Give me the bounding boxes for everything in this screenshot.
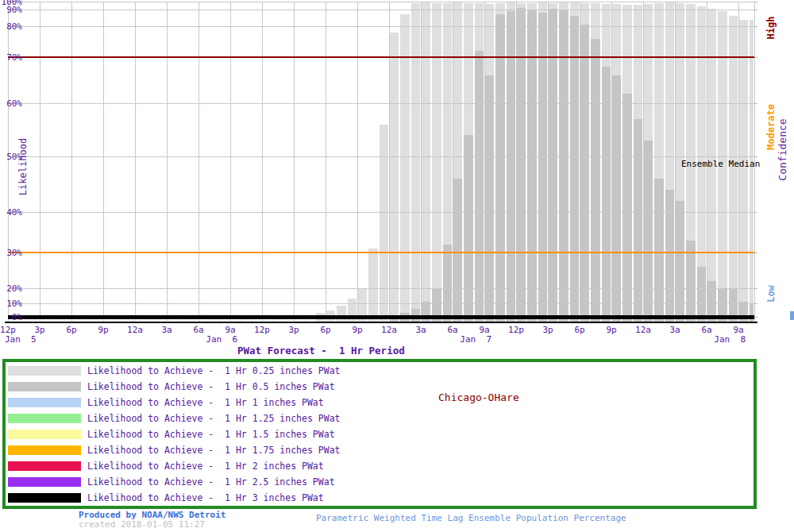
axis-hour-tick [580,319,580,322]
bar-0-25in [750,20,754,322]
axis-hour-tick [399,319,400,322]
axis-hour-tick [601,319,602,322]
legend-swatch [8,461,81,471]
axis-hour-tick [230,319,231,322]
x-tick-label: 3a [405,325,437,335]
axis-hour-tick [326,319,326,322]
x-tick-label: 9p [596,325,627,335]
bar-0-5in [644,141,653,322]
legend-label: Likelihood to Achieve - 1 Hr 3 inches PW… [87,492,324,503]
right-axis-tick [754,2,757,2]
axis-hour-tick [548,319,549,322]
bar-0-25in [411,3,420,322]
x-tick-label: 12p [246,325,278,335]
vertical-gridline [103,2,104,322]
axis-hour-tick [252,319,252,322]
y-tick-label: 10% [0,299,22,309]
axis-hour-tick [357,319,358,322]
vertical-gridline [198,2,199,322]
right-axis-tick [754,57,757,58]
legend-swatch [8,445,81,455]
x-axis-line [5,322,757,323]
y-tick-label: 90% [0,5,22,15]
axis-hour-tick [368,319,368,322]
axis-hour-tick [643,319,644,322]
axis-hour-tick [336,319,337,322]
axis-hour-tick [315,319,316,322]
axis-hour-tick [696,319,697,322]
axis-hour-tick [220,319,221,322]
x-tick-label: 12a [119,325,151,335]
x-tick-label: 3a [151,325,183,335]
bar-0-5in [612,75,621,322]
axis-hour-tick [474,319,475,322]
bar-0-5in [485,75,494,322]
axis-hour-tick [135,319,136,322]
legend-swatch [8,477,81,487]
axis-hour-tick [558,319,559,322]
legend-label: Likelihood to Achieve - 1 Hr 1.25 inches… [87,413,341,424]
horizontal-gridline [8,303,754,304]
axis-hour-tick [283,319,284,322]
axis-hour-tick [188,319,189,322]
legend-label: Likelihood to Achieve - 1 Hr 2 inches PW… [87,461,324,472]
bar-0-25in [390,33,399,322]
x-date-label: Jan 7 [460,334,491,345]
legend-label: Likelihood to Achieve - 1 Hr 1.5 inches … [87,429,335,440]
ensemble-median-band [8,315,754,319]
axis-hour-tick [103,319,104,322]
horizontal-gridline [8,156,754,157]
axis-hour-tick [198,319,199,322]
axis-hour-tick [622,319,622,322]
axis-hour-tick [156,319,157,322]
axis-hour-tick [463,319,464,322]
axis-hour-tick [665,319,665,322]
legend-label: Likelihood to Achieve - 1 Hr 1.75 inches… [87,445,341,456]
axis-hour-tick [241,319,241,322]
y2-axis-title: Confidence [777,94,788,206]
right-axis-tick [754,103,757,104]
horizontal-gridline [8,2,754,2]
axis-hour-tick [442,319,443,322]
axis-hour-tick [506,319,507,322]
horizontal-gridline [8,212,754,213]
legend-swatch [8,398,81,407]
bar-0-25in [400,14,409,322]
x-tick-label: 6p [310,325,341,335]
right-axis-tick [754,212,757,213]
bar-0-25in [422,2,430,322]
y-tick-label: 80% [0,21,22,32]
axis-hour-tick [749,319,750,322]
x-tick-label: 3p [532,325,564,335]
horizontal-gridline [8,288,754,289]
axis-hour-tick [167,319,168,322]
axis-hour-tick [611,319,612,322]
axis-hour-tick [569,319,570,322]
bar-0-5in [580,25,589,322]
x-tick-label: 12p [500,325,532,335]
bar-0-5in [443,245,452,322]
legend-swatch [8,382,81,391]
legend-label: Likelihood to Achieve - 1 Hr 1 inches PW… [87,397,324,408]
bar-0-25in [368,249,377,322]
bar-0-5in [665,190,674,322]
reference-line-30 [8,252,754,253]
right-axis-tick [754,10,757,10]
footer-description: Parametric Weighted Time Lag Ensemble Po… [316,513,626,523]
vertical-gridline [8,2,9,322]
x-date-label: Jan 6 [206,334,237,345]
vertical-gridline [167,2,168,322]
pwat-forecast-chart: 100%90%80%70%60%50%40%30%20%10%0%12p3p6p… [0,0,794,532]
axis-hour-tick [61,319,62,322]
axis-hour-tick [82,319,83,322]
legend-swatch [8,493,81,503]
footer-created-timestamp: created 2018-01-05 11:27 [79,519,205,530]
x-tick-label: 3a [659,325,691,335]
station-label: Chicago-OHare [438,391,519,403]
axis-hour-tick [40,319,40,322]
axis-hour-tick [538,319,538,322]
bar-0-5in [591,39,599,322]
chart-title: PWat Forecast - 1 Hr Period [237,345,405,357]
axis-hour-tick [484,319,485,322]
vertical-gridline [135,2,136,322]
